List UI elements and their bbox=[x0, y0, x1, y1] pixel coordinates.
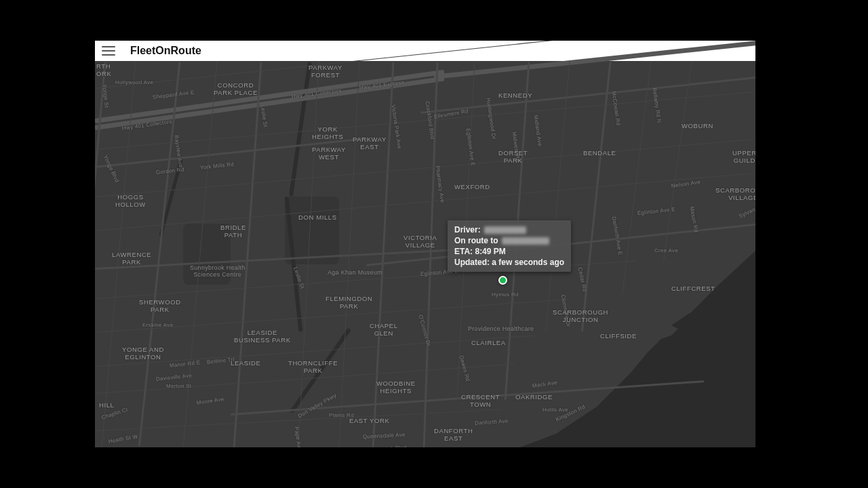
road-label: Pharmacy Ave bbox=[435, 165, 446, 203]
road bbox=[233, 62, 262, 447]
road-label: Dawes Rd bbox=[458, 354, 471, 382]
river bbox=[290, 328, 351, 413]
map-canvas[interactable]: Hwy 401 Express Hwy 401 Collectors Hwy 4… bbox=[95, 61, 755, 447]
road-label: Leslie St bbox=[260, 104, 269, 127]
district-label: WOODBINE HEIGHTS bbox=[376, 380, 416, 394]
road-label: Davisville Ave bbox=[156, 372, 193, 382]
road-label: Danforth Ave bbox=[475, 418, 509, 426]
road-label: Queensdale Ave bbox=[363, 432, 406, 440]
popup-updated-value: a few seconds ago bbox=[492, 258, 564, 267]
district-label: YONGE AND EGLINTON bbox=[122, 346, 164, 361]
district-label: SCARBOROUGH VILLAGE bbox=[715, 186, 755, 201]
road-label: Hymus Rd bbox=[492, 291, 519, 298]
road-label: Nelson Ave bbox=[671, 179, 701, 189]
district-label: HILL bbox=[99, 401, 114, 409]
district-label: HOGGS HOLLOW bbox=[115, 193, 146, 208]
district-label: UPPER GUILD bbox=[732, 149, 755, 164]
road-label: Heath St W bbox=[108, 433, 138, 444]
road-label: Victoria Park Ave bbox=[391, 104, 403, 149]
menu-icon[interactable] bbox=[102, 46, 115, 56]
road-label: Danforth Ave E bbox=[611, 216, 624, 256]
district-label: PARKWAY FOREST bbox=[309, 64, 342, 79]
district-label: FLEMINGDON PARK bbox=[326, 295, 372, 310]
road-label: York Mills Rd bbox=[200, 161, 235, 171]
district-label: CHAPEL GLEN bbox=[370, 322, 398, 337]
district-label: EAST YORK bbox=[349, 417, 389, 424]
vehicle-marker[interactable] bbox=[498, 276, 507, 285]
road-label: Sylvan Ave bbox=[738, 201, 755, 219]
popup-updated-label: Updated: bbox=[454, 258, 490, 267]
redacted-destination bbox=[502, 237, 549, 245]
vehicle-popup: Driver: On route to ETA: 8:49 PM Updated… bbox=[448, 220, 571, 272]
road-label: Mack Ave bbox=[532, 380, 557, 389]
poi-label: Aga Khan Museum bbox=[328, 269, 382, 276]
district-label: PARKWAY WEST bbox=[312, 146, 346, 161]
road-label: Moore Ave bbox=[196, 396, 224, 406]
popup-route-label: On route to bbox=[454, 236, 498, 245]
district-label: WEXFORD bbox=[454, 183, 490, 190]
road-label: McCowan Rd bbox=[611, 91, 622, 126]
district-label: CONCORD PARK PLACE bbox=[214, 81, 258, 96]
district-label: THORNCLIFFE PARK bbox=[288, 359, 338, 374]
popup-driver-label: Driver: bbox=[454, 225, 481, 235]
road bbox=[581, 62, 612, 331]
road bbox=[95, 138, 365, 168]
district-label: SCARBOROUGH JUNCTION bbox=[553, 308, 608, 323]
popup-eta-value: 8:49 PM bbox=[475, 247, 505, 256]
river bbox=[289, 62, 312, 197]
popup-eta-label: ETA: bbox=[454, 247, 473, 256]
road-label: Midwest Rd bbox=[511, 131, 521, 163]
redacted-driver bbox=[484, 226, 526, 234]
app-frame: FleetOnRoute bbox=[95, 41, 755, 447]
road-label: Bellamy Rd N bbox=[652, 87, 663, 123]
district-label: LEASIDE bbox=[231, 359, 260, 367]
road-label: Hollis Ave bbox=[542, 407, 568, 413]
road-label: Sheppard Ave E bbox=[152, 89, 195, 100]
district-label: WOBURN bbox=[682, 122, 713, 129]
poi-label: Providence Healthcare bbox=[468, 325, 534, 332]
district-label: CLIFFCREST bbox=[671, 285, 715, 292]
app-title: FleetOnRoute bbox=[130, 45, 201, 57]
road-label: Cree Ave bbox=[654, 247, 678, 253]
road-label: Kingston Rd bbox=[555, 404, 586, 423]
district-label: SHERWOOD PARK bbox=[139, 298, 181, 313]
road-label: Midland Ave bbox=[533, 115, 543, 147]
park-area bbox=[183, 224, 231, 285]
district-label: DANFORTH EAST bbox=[434, 427, 473, 442]
road-label: Yonge Blvd bbox=[102, 155, 120, 184]
district-label: CLIFFSIDE bbox=[600, 332, 637, 340]
